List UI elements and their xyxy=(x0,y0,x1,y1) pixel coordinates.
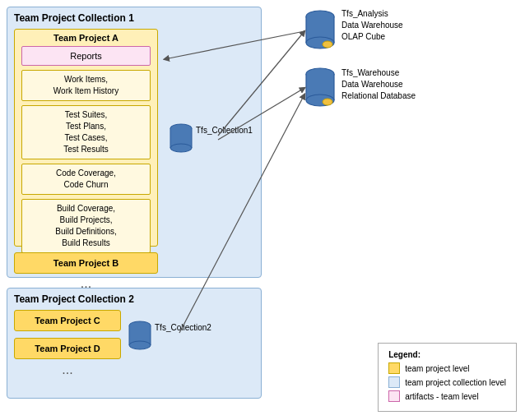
code-coverage-box: Code Coverage,Code Churn xyxy=(21,164,151,195)
collection2-db-icon xyxy=(128,319,152,355)
build-coverage-box: Build Coverage,Build Projects,Build Defi… xyxy=(21,199,151,253)
collection2-title: Team Project Collection 2 xyxy=(14,293,134,305)
legend-label-artifacts: artifacts - team level xyxy=(405,392,478,401)
svg-point-19 xyxy=(129,341,151,349)
legend-item-collection: team project collection level xyxy=(388,376,506,388)
legend-title: Legend: xyxy=(388,350,506,359)
collection1-db-icon xyxy=(169,122,193,158)
work-items-box: Work Items,Work Item History xyxy=(21,70,151,101)
legend-color-collection xyxy=(388,376,400,388)
legend-color-project xyxy=(388,362,400,374)
collection2-label: Tfs_Collection2 xyxy=(155,323,211,332)
legend-color-artifacts xyxy=(388,390,400,402)
dots2: ... xyxy=(14,362,121,377)
project-a-box: Team Project A Reports Work Items,Work I… xyxy=(14,29,158,247)
collection1-title: Team Project Collection 1 xyxy=(14,12,134,24)
test-suites-box: Test Suites,Test Plans,Test Cases,Test R… xyxy=(21,105,151,159)
warehouse-db-label: Tfs_WarehouseData WarehouseRelational Da… xyxy=(341,67,416,102)
project-b-box: Team Project B xyxy=(14,252,158,274)
svg-point-5 xyxy=(323,41,332,48)
collection1-box: Team Project Collection 1 Team Project A… xyxy=(7,7,262,278)
legend-item-artifacts: artifacts - team level xyxy=(388,390,506,402)
legend-item-project: team project level xyxy=(388,362,506,374)
legend-label-project: team project level xyxy=(405,364,469,373)
svg-point-11 xyxy=(323,99,332,105)
legend: Legend: team project level team project … xyxy=(378,343,517,412)
analysis-db xyxy=(304,8,336,55)
svg-point-14 xyxy=(170,144,192,152)
project-c-box: Team Project C xyxy=(14,310,121,331)
project-d-box: Team Project D xyxy=(14,338,121,359)
analysis-db-label: Tfs_AnalysisData WarehouseOLAP Cube xyxy=(341,8,403,43)
warehouse-db xyxy=(304,66,336,113)
legend-label-collection: team project collection level xyxy=(405,378,506,387)
reports-box: Reports xyxy=(21,46,151,66)
project-a-title: Team Project A xyxy=(15,30,157,46)
collection1-label: Tfs_Collection1 xyxy=(196,126,253,135)
diagram-area: Team Project Collection 1 Team Project A… xyxy=(0,0,525,420)
